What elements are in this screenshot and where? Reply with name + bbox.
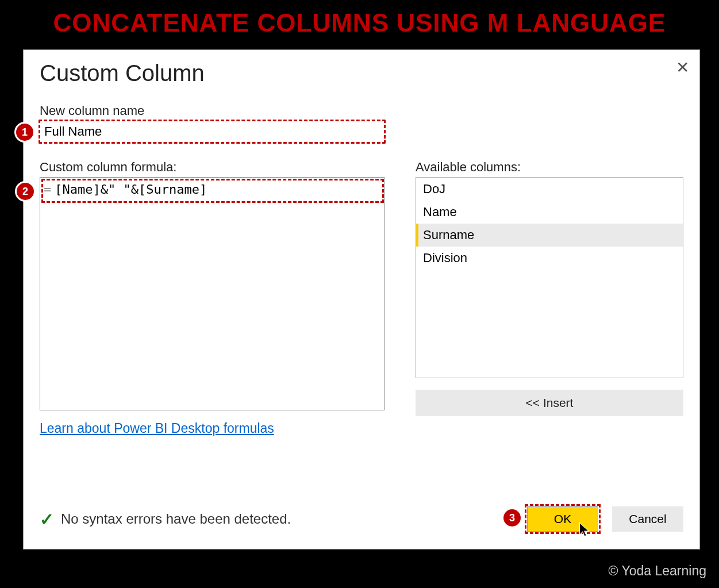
status-text: No syntax errors have been detected. bbox=[61, 511, 291, 527]
available-item-doj[interactable]: DoJ bbox=[416, 178, 683, 201]
available-item-surname[interactable]: Surname bbox=[416, 224, 683, 247]
slide-title: CONCATENATE COLUMNS USING M LANGUAGE bbox=[0, 0, 719, 43]
callout-badge-3: 3 bbox=[502, 508, 522, 528]
new-column-name-input[interactable] bbox=[40, 121, 385, 143]
check-icon: ✓ bbox=[40, 509, 54, 529]
available-item-division[interactable]: Division bbox=[416, 247, 683, 270]
available-columns-list[interactable]: DoJ Name Surname Division bbox=[416, 177, 683, 378]
dialog-title: Custom Column bbox=[40, 60, 683, 86]
new-column-name-label: New column name bbox=[40, 103, 683, 118]
ok-button[interactable]: OK bbox=[527, 506, 598, 532]
callout-badge-2: 2 bbox=[15, 181, 36, 202]
formula-code: [Name]&" "&[Surname] bbox=[55, 182, 207, 197]
copyright: © Yoda Learning bbox=[609, 563, 706, 579]
formula-prefix: = bbox=[44, 182, 55, 197]
close-icon[interactable]: ✕ bbox=[676, 58, 689, 77]
cancel-button[interactable]: Cancel bbox=[612, 506, 683, 532]
learn-formulas-link[interactable]: Learn about Power BI Desktop formulas bbox=[40, 421, 274, 436]
insert-button[interactable]: << Insert bbox=[416, 390, 683, 416]
formula-editor[interactable]: = [Name]&" "&[Surname] 2 bbox=[40, 177, 385, 410]
status-bar: ✓ No syntax errors have been detected. bbox=[40, 509, 291, 529]
formula-label: Custom column formula: bbox=[40, 160, 385, 175]
ok-label: OK bbox=[554, 512, 571, 526]
available-columns-label: Available columns: bbox=[416, 160, 683, 175]
available-item-name[interactable]: Name bbox=[416, 201, 683, 224]
custom-column-dialog: ✕ Custom Column New column name 1 Custom… bbox=[23, 49, 700, 549]
callout-badge-1: 1 bbox=[14, 122, 35, 143]
